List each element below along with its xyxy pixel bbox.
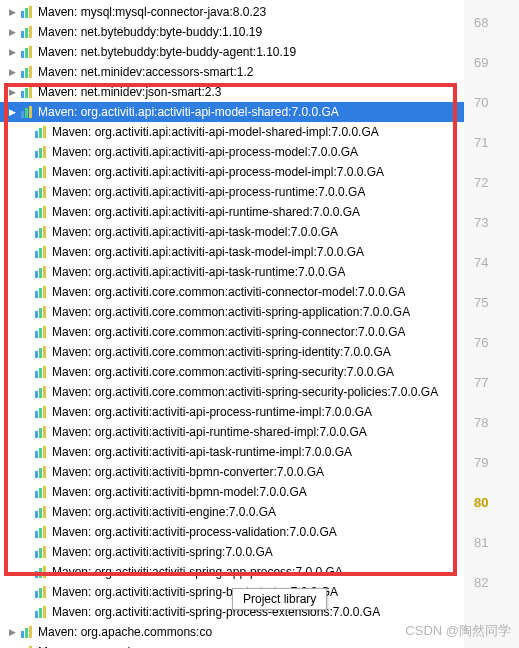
- dependency-tree[interactable]: ▶Maven: mysql:mysql-connector-java:8.0.2…: [0, 0, 464, 648]
- tree-row[interactable]: Maven: org.activiti.core.common:activiti…: [0, 342, 464, 362]
- tree-row-label: Maven: org.activiti:activiti-spring-boot…: [52, 585, 338, 599]
- maven-library-icon: [32, 564, 48, 580]
- tree-row[interactable]: Maven: org.activiti:activiti-spring-app-…: [0, 562, 464, 582]
- maven-library-icon: [32, 384, 48, 400]
- tree-row[interactable]: ▶Maven: org.apache.commons:co: [0, 622, 464, 642]
- line-number: 75: [464, 282, 519, 322]
- maven-library-icon: [18, 4, 34, 20]
- tree-row[interactable]: Maven: org.activiti:activiti-bpmn-model:…: [0, 482, 464, 502]
- tree-row-label: Maven: org.activiti.api:activiti-api-pro…: [52, 145, 358, 159]
- tree-row[interactable]: ▶Maven: net.bytebuddy:byte-buddy:1.10.19: [0, 22, 464, 42]
- tree-row[interactable]: Maven: org.activiti.core.common:activiti…: [0, 382, 464, 402]
- tree-row-label: Maven: org.activiti:activiti-engine:7.0.…: [52, 505, 276, 519]
- expand-arrow-icon[interactable]: ▶: [6, 27, 18, 37]
- tree-row-label: Maven: org.activiti:activiti-bpmn-model:…: [52, 485, 307, 499]
- tree-row-label: Maven: org.activiti:activiti-spring:7.0.…: [52, 545, 273, 559]
- tree-row-label: Maven: org.activiti.api:activiti-api-run…: [52, 205, 360, 219]
- maven-library-icon: [32, 244, 48, 260]
- line-number: 82: [464, 562, 519, 602]
- tree-row[interactable]: ▶Maven: net.minidev:json-smart:2.3: [0, 82, 464, 102]
- expand-arrow-icon[interactable]: ▶: [6, 87, 18, 97]
- tree-row[interactable]: Maven: org.activiti:activiti-bpmn-conver…: [0, 462, 464, 482]
- maven-library-icon: [32, 124, 48, 140]
- tree-row[interactable]: ▶Maven: mysql:mysql-connector-java:8.0.2…: [0, 2, 464, 22]
- tree-row-label: Maven: org.activiti:activiti-spring-proc…: [52, 605, 380, 619]
- maven-library-icon: [18, 104, 34, 120]
- maven-library-icon: [32, 584, 48, 600]
- maven-library-icon: [18, 84, 34, 100]
- tree-row-label: Maven: org.apache.commons:co: [38, 625, 212, 639]
- maven-library-icon: [32, 344, 48, 360]
- tree-row-label: Maven: org.activiti.api:activiti-api-tas…: [52, 225, 338, 239]
- tree-row-label: Maven: org.activiti.api:activiti-api-tas…: [52, 265, 345, 279]
- tree-row[interactable]: Maven: org.activiti:activiti-engine:7.0.…: [0, 502, 464, 522]
- tree-row[interactable]: Maven: org.activiti.core.common:activiti…: [0, 322, 464, 342]
- tree-row[interactable]: Maven: org.activiti.api:activiti-api-tas…: [0, 242, 464, 262]
- tree-row-label: Maven: org.activiti.core.common:activiti…: [52, 325, 405, 339]
- maven-library-icon: [32, 484, 48, 500]
- tree-row-label: Maven: org.activiti.core.common:activiti…: [52, 285, 405, 299]
- line-number: 73: [464, 202, 519, 242]
- line-number: 72: [464, 162, 519, 202]
- tree-row-label: Maven: mysql:mysql-connector-java:8.0.23: [38, 5, 266, 19]
- maven-library-icon: [32, 224, 48, 240]
- line-number: 68: [464, 2, 519, 42]
- tree-row[interactable]: ▶Maven: net.minidev:accessors-smart:1.2: [0, 62, 464, 82]
- tree-row[interactable]: Maven: org.activiti:activiti-api-runtime…: [0, 422, 464, 442]
- maven-library-icon: [32, 304, 48, 320]
- maven-library-icon: [32, 504, 48, 520]
- tree-row[interactable]: Maven: org.activiti:activiti-api-process…: [0, 402, 464, 422]
- tree-row-label: Maven: org.activiti:activiti-spring-app-…: [52, 565, 343, 579]
- maven-library-icon: [18, 24, 34, 40]
- line-number: 76: [464, 322, 519, 362]
- tree-row-label: Maven: org.activiti:activiti-process-val…: [52, 525, 337, 539]
- maven-library-icon: [32, 544, 48, 560]
- tree-row[interactable]: Maven: org.activiti.api:activiti-api-tas…: [0, 222, 464, 242]
- maven-library-icon: [32, 464, 48, 480]
- tree-row[interactable]: Maven: org.activiti.api:activiti-api-mod…: [0, 122, 464, 142]
- tree-row-label: Maven: org.activiti.api:activiti-api-mod…: [52, 125, 379, 139]
- tree-row-label: Maven: net.bytebuddy:byte-buddy-agent:1.…: [38, 45, 296, 59]
- tree-row[interactable]: ▶Maven: org.activiti.api:activiti-api-mo…: [0, 102, 464, 122]
- tree-row[interactable]: Maven: org.activiti.api:activiti-api-pro…: [0, 182, 464, 202]
- tree-row-label: Maven: org.activiti:activiti-api-process…: [52, 405, 372, 419]
- tree-row-label: Maven: org.activiti.core.common:activiti…: [52, 345, 391, 359]
- tree-row[interactable]: ▶Maven: org.apache.commons:co: [0, 642, 464, 648]
- maven-library-icon: [32, 324, 48, 340]
- line-number: 81: [464, 522, 519, 562]
- expand-arrow-icon[interactable]: ▶: [6, 67, 18, 77]
- maven-library-icon: [18, 64, 34, 80]
- maven-library-icon: [32, 204, 48, 220]
- tree-row-label: Maven: org.activiti.api:activiti-api-tas…: [52, 245, 364, 259]
- tree-row[interactable]: Maven: org.activiti:activiti-api-task-ru…: [0, 442, 464, 462]
- tree-row-label: Maven: org.activiti.core.common:activiti…: [52, 365, 394, 379]
- line-number: 70: [464, 82, 519, 122]
- tree-row[interactable]: Maven: org.activiti.core.common:activiti…: [0, 362, 464, 382]
- tree-row[interactable]: Maven: org.activiti:activiti-spring:7.0.…: [0, 542, 464, 562]
- maven-library-icon: [32, 164, 48, 180]
- tree-row[interactable]: Maven: org.activiti:activiti-spring-boot…: [0, 582, 464, 602]
- maven-library-icon: [32, 264, 48, 280]
- expand-arrow-icon[interactable]: ▶: [6, 627, 18, 637]
- tree-row[interactable]: Maven: org.activiti.api:activiti-api-tas…: [0, 262, 464, 282]
- tree-row[interactable]: Maven: org.activiti.core.common:activiti…: [0, 302, 464, 322]
- tree-row[interactable]: ▶Maven: net.bytebuddy:byte-buddy-agent:1…: [0, 42, 464, 62]
- tree-row[interactable]: Maven: org.activiti:activiti-process-val…: [0, 522, 464, 542]
- tree-row-label: Maven: org.activiti:activiti-bpmn-conver…: [52, 465, 324, 479]
- expand-arrow-icon[interactable]: ▶: [6, 7, 18, 17]
- line-number: 77: [464, 362, 519, 402]
- maven-library-icon: [32, 404, 48, 420]
- tree-row-label: Maven: org.activiti.api:activiti-api-pro…: [52, 165, 384, 179]
- tree-row[interactable]: Maven: org.activiti:activiti-spring-proc…: [0, 602, 464, 622]
- tree-row-label: Maven: net.bytebuddy:byte-buddy:1.10.19: [38, 25, 262, 39]
- tree-row[interactable]: Maven: org.activiti.api:activiti-api-pro…: [0, 142, 464, 162]
- tree-row-label: Maven: org.activiti:activiti-api-runtime…: [52, 425, 367, 439]
- expand-arrow-icon[interactable]: ▶: [6, 107, 18, 117]
- maven-library-icon: [18, 44, 34, 60]
- tree-row[interactable]: Maven: org.activiti.api:activiti-api-pro…: [0, 162, 464, 182]
- tree-row[interactable]: Maven: org.activiti.api:activiti-api-run…: [0, 202, 464, 222]
- line-number: 69: [464, 42, 519, 82]
- expand-arrow-icon[interactable]: ▶: [6, 47, 18, 57]
- maven-library-icon: [32, 444, 48, 460]
- tree-row[interactable]: Maven: org.activiti.core.common:activiti…: [0, 282, 464, 302]
